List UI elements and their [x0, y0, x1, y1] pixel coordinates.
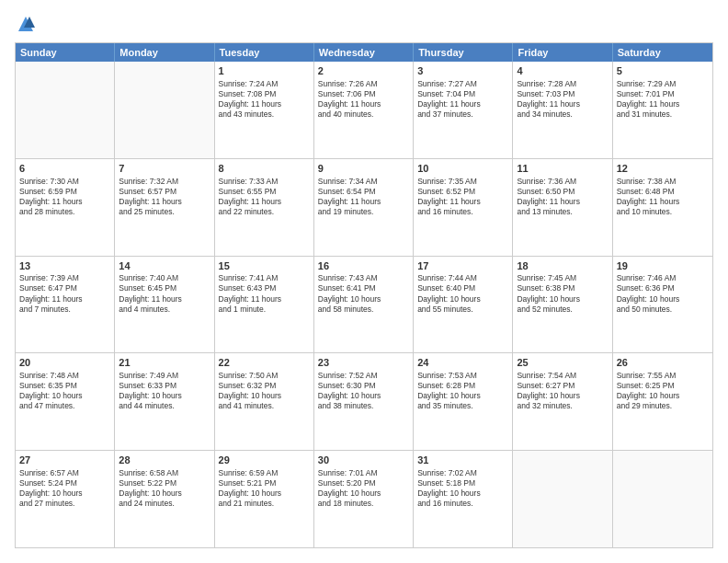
cal-cell: 4Sunrise: 7:28 AM Sunset: 7:03 PM Daylig…: [513, 62, 612, 158]
cal-cell: 3Sunrise: 7:27 AM Sunset: 7:04 PM Daylig…: [414, 62, 513, 158]
cal-cell: [513, 451, 612, 547]
cell-text: Sunrise: 7:36 AM Sunset: 6:50 PM Dayligh…: [517, 177, 608, 217]
day-number: 26: [617, 356, 709, 370]
cal-cell: 21Sunrise: 7:49 AM Sunset: 6:33 PM Dayli…: [115, 353, 214, 450]
day-number: 3: [417, 64, 508, 78]
cell-text: Sunrise: 7:01 AM Sunset: 5:20 PM Dayligh…: [318, 468, 409, 509]
day-number: 28: [119, 454, 210, 467]
day-number: 6: [19, 162, 110, 176]
day-number: 7: [119, 162, 210, 176]
day-number: 9: [318, 162, 409, 176]
cell-text: Sunrise: 7:02 AM Sunset: 5:18 PM Dayligh…: [417, 468, 508, 509]
cell-text: Sunrise: 7:39 AM Sunset: 6:47 PM Dayligh…: [19, 273, 110, 314]
day-number: 24: [417, 356, 508, 370]
cell-text: Sunrise: 7:30 AM Sunset: 6:59 PM Dayligh…: [19, 177, 110, 217]
calendar: SundayMondayTuesdayWednesdayThursdayFrid…: [15, 42, 713, 548]
day-number: 4: [517, 64, 608, 78]
cell-text: Sunrise: 7:32 AM Sunset: 6:57 PM Dayligh…: [119, 177, 210, 217]
cal-cell: 11Sunrise: 7:36 AM Sunset: 6:50 PM Dayli…: [513, 159, 612, 256]
calendar-body: 1Sunrise: 7:24 AM Sunset: 7:08 PM Daylig…: [16, 62, 712, 547]
cell-text: Sunrise: 7:49 AM Sunset: 6:33 PM Dayligh…: [119, 371, 210, 411]
weekday-header-sunday: Sunday: [16, 43, 115, 62]
calendar-header: SundayMondayTuesdayWednesdayThursdayFrid…: [16, 43, 712, 62]
cell-text: Sunrise: 7:40 AM Sunset: 6:45 PM Dayligh…: [119, 273, 210, 314]
cell-text: Sunrise: 6:57 AM Sunset: 5:24 PM Dayligh…: [19, 468, 110, 509]
day-number: 15: [219, 259, 310, 273]
day-number: 27: [19, 454, 110, 467]
day-number: 20: [19, 356, 110, 370]
calendar-row: 13Sunrise: 7:39 AM Sunset: 6:47 PM Dayli…: [16, 256, 712, 353]
calendar-row: 6Sunrise: 7:30 AM Sunset: 6:59 PM Daylig…: [16, 158, 712, 256]
cal-cell: 14Sunrise: 7:40 AM Sunset: 6:45 PM Dayli…: [115, 257, 214, 353]
header: [15, 15, 713, 33]
cal-cell: 10Sunrise: 7:35 AM Sunset: 6:52 PM Dayli…: [414, 159, 513, 256]
cell-text: Sunrise: 7:48 AM Sunset: 6:35 PM Dayligh…: [19, 371, 110, 411]
day-number: 8: [219, 162, 310, 176]
cal-cell: [613, 451, 712, 547]
cell-text: Sunrise: 7:34 AM Sunset: 6:54 PM Dayligh…: [318, 177, 409, 217]
cal-cell: 22Sunrise: 7:50 AM Sunset: 6:32 PM Dayli…: [215, 353, 314, 450]
cell-text: Sunrise: 7:54 AM Sunset: 6:27 PM Dayligh…: [517, 371, 608, 411]
cell-text: Sunrise: 7:45 AM Sunset: 6:38 PM Dayligh…: [517, 273, 608, 314]
cal-cell: [115, 62, 214, 158]
cal-cell: 8Sunrise: 7:33 AM Sunset: 6:55 PM Daylig…: [215, 159, 314, 256]
day-number: 16: [318, 259, 409, 273]
day-number: 31: [417, 454, 508, 467]
cal-cell: 17Sunrise: 7:44 AM Sunset: 6:40 PM Dayli…: [414, 257, 513, 353]
cell-text: Sunrise: 7:38 AM Sunset: 6:48 PM Dayligh…: [617, 177, 709, 217]
cal-cell: 1Sunrise: 7:24 AM Sunset: 7:08 PM Daylig…: [215, 62, 314, 158]
day-number: 17: [417, 259, 508, 273]
cell-text: Sunrise: 7:33 AM Sunset: 6:55 PM Dayligh…: [219, 177, 310, 217]
cell-text: Sunrise: 7:29 AM Sunset: 7:01 PM Dayligh…: [617, 79, 709, 120]
day-number: 10: [417, 162, 508, 176]
day-number: 11: [517, 162, 608, 176]
cal-cell: 24Sunrise: 7:53 AM Sunset: 6:28 PM Dayli…: [414, 353, 513, 450]
day-number: 23: [318, 356, 409, 370]
cal-cell: 30Sunrise: 7:01 AM Sunset: 5:20 PM Dayli…: [314, 451, 414, 547]
cell-text: Sunrise: 7:50 AM Sunset: 6:32 PM Dayligh…: [219, 371, 310, 411]
cell-text: Sunrise: 7:46 AM Sunset: 6:36 PM Dayligh…: [617, 273, 709, 314]
cal-cell: 27Sunrise: 6:57 AM Sunset: 5:24 PM Dayli…: [16, 451, 115, 547]
cell-text: Sunrise: 7:43 AM Sunset: 6:41 PM Dayligh…: [318, 273, 409, 314]
cell-text: Sunrise: 7:35 AM Sunset: 6:52 PM Dayligh…: [417, 177, 508, 217]
day-number: 18: [517, 259, 608, 273]
page: SundayMondayTuesdayWednesdayThursdayFrid…: [0, 0, 728, 563]
cal-cell: 25Sunrise: 7:54 AM Sunset: 6:27 PM Dayli…: [513, 353, 612, 450]
day-number: 30: [318, 454, 409, 467]
weekday-header-wednesday: Wednesday: [314, 43, 414, 62]
cal-cell: 23Sunrise: 7:52 AM Sunset: 6:30 PM Dayli…: [314, 353, 414, 450]
cal-cell: 16Sunrise: 7:43 AM Sunset: 6:41 PM Dayli…: [314, 257, 414, 353]
logo-icon: [17, 15, 35, 33]
day-number: 13: [19, 259, 110, 273]
weekday-header-friday: Friday: [513, 43, 612, 62]
cal-cell: 5Sunrise: 7:29 AM Sunset: 7:01 PM Daylig…: [613, 62, 712, 158]
day-number: 5: [617, 64, 709, 78]
day-number: 1: [219, 64, 310, 78]
day-number: 21: [119, 356, 210, 370]
cell-text: Sunrise: 7:24 AM Sunset: 7:08 PM Dayligh…: [219, 79, 310, 120]
day-number: 2: [318, 64, 409, 78]
cal-cell: 13Sunrise: 7:39 AM Sunset: 6:47 PM Dayli…: [16, 257, 115, 353]
calendar-row: 1Sunrise: 7:24 AM Sunset: 7:08 PM Daylig…: [16, 62, 712, 158]
cal-cell: 12Sunrise: 7:38 AM Sunset: 6:48 PM Dayli…: [613, 159, 712, 256]
weekday-header-saturday: Saturday: [613, 43, 712, 62]
calendar-row: 27Sunrise: 6:57 AM Sunset: 5:24 PM Dayli…: [16, 450, 712, 547]
cal-cell: 20Sunrise: 7:48 AM Sunset: 6:35 PM Dayli…: [16, 353, 115, 450]
cell-text: Sunrise: 7:53 AM Sunset: 6:28 PM Dayligh…: [417, 371, 508, 411]
cal-cell: 2Sunrise: 7:26 AM Sunset: 7:06 PM Daylig…: [314, 62, 414, 158]
cal-cell: 7Sunrise: 7:32 AM Sunset: 6:57 PM Daylig…: [115, 159, 214, 256]
weekday-header-tuesday: Tuesday: [215, 43, 314, 62]
day-number: 29: [219, 454, 310, 467]
cal-cell: 6Sunrise: 7:30 AM Sunset: 6:59 PM Daylig…: [16, 159, 115, 256]
day-number: 19: [617, 259, 709, 273]
weekday-header-monday: Monday: [115, 43, 214, 62]
cal-cell: 15Sunrise: 7:41 AM Sunset: 6:43 PM Dayli…: [215, 257, 314, 353]
cal-cell: 29Sunrise: 6:59 AM Sunset: 5:21 PM Dayli…: [215, 451, 314, 547]
cal-cell: 19Sunrise: 7:46 AM Sunset: 6:36 PM Dayli…: [613, 257, 712, 353]
cell-text: Sunrise: 7:26 AM Sunset: 7:06 PM Dayligh…: [318, 79, 409, 120]
calendar-row: 20Sunrise: 7:48 AM Sunset: 6:35 PM Dayli…: [16, 352, 712, 450]
cell-text: Sunrise: 6:58 AM Sunset: 5:22 PM Dayligh…: [119, 468, 210, 509]
cell-text: Sunrise: 7:27 AM Sunset: 7:04 PM Dayligh…: [417, 79, 508, 120]
day-number: 14: [119, 259, 210, 273]
cal-cell: 28Sunrise: 6:58 AM Sunset: 5:22 PM Dayli…: [115, 451, 214, 547]
